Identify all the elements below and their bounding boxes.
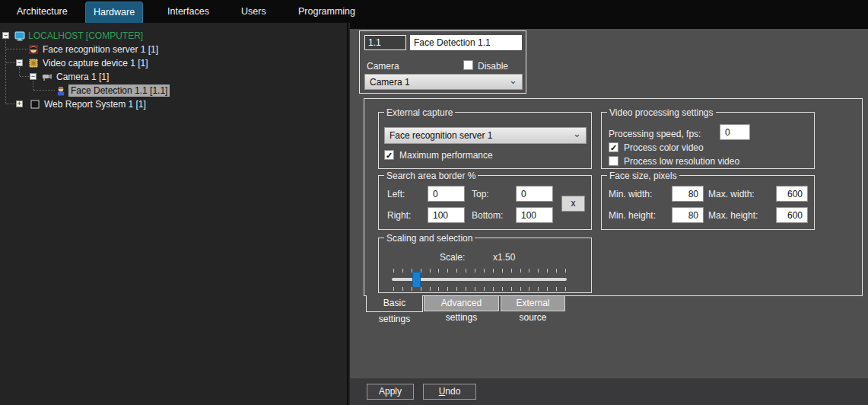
process-color-video-checkbox[interactable]: ✓ [609,142,618,152]
tree-item-localhost[interactable]: − LOCALHOST [COMPUTER] [0,29,348,43]
group-title: External capture [384,107,455,118]
disable-checkbox[interactable]: ✓ [463,60,473,70]
processing-speed-label: Processing speed, fps: [609,129,701,139]
max-width-label: Max. width: [708,189,755,199]
tab-external-source[interactable]: External source [501,296,565,311]
left-input[interactable] [428,186,465,202]
nav-tab-users[interactable]: Users [241,0,266,23]
right-label: Right: [387,210,411,221]
undo-button[interactable]: Undo [423,384,476,400]
tree-item-label: Camera 1 [1] [56,72,109,82]
tree-item-face-detection[interactable]: Face Detection 1.1 [1.1] [0,84,348,97]
bottom-label: Bottom: [472,210,503,221]
tree-item-label: Web Report System 1 [1] [44,99,146,110]
process-lowres-video-checkbox[interactable]: ✓ [609,156,618,166]
max-width-input[interactable] [776,186,808,202]
min-width-input[interactable] [672,186,704,202]
collapse-toggle-icon[interactable]: − [16,59,23,66]
process-color-video-label: Process color video [624,142,704,153]
web-report-system-icon [30,99,40,110]
collapse-toggle-icon[interactable]: − [30,73,37,80]
camera-select-value: Camera 1 [370,77,410,88]
tab-basic-settings[interactable]: Basic settings [366,295,423,312]
face-size-group: Face size, pixels Min. width: Max. width… [601,175,815,230]
video-capture-device-icon [28,58,39,69]
nav-tab-architecture[interactable]: Architecture [17,0,68,23]
tree-item-web-report-system[interactable]: + Web Report System 1 [1] [0,97,348,111]
scale-value: x1.50 [493,252,515,263]
group-title: Face size, pixels [607,171,679,181]
group-title: Video processing settings [607,107,716,118]
bottom-input[interactable] [516,207,553,223]
video-processing-group: Video processing settings Processing spe… [601,112,815,169]
chevron-down-icon: ⌄ [573,128,581,139]
scale-slider-handle[interactable] [412,272,421,288]
process-lowres-video-label: Process low resolution video [624,156,739,167]
external-capture-group: External capture Face recognition server… [378,112,592,169]
maximum-performance-checkbox[interactable]: ✓ [384,150,394,160]
panel-top-strip [350,23,868,29]
max-height-input[interactable] [776,207,808,223]
camera-select[interactable]: Camera 1 ⌄ [364,74,523,90]
max-height-label: Max. height: [708,210,758,221]
application-window: Architecture Hardware Interfaces Users P… [0,0,868,405]
collapse-toggle-icon[interactable]: − [2,32,9,39]
min-height-input[interactable] [672,207,704,223]
scale-label: Scale: [440,252,465,263]
camera-label: Camera [367,61,399,72]
left-label: Left: [387,189,405,199]
tree-item-label: Face recognition server 1 [1] [43,44,158,55]
processing-speed-input[interactable] [720,124,750,140]
tree-item-label: Face Detection 1.1 [1.1] [68,85,170,97]
tab-advanced-settings[interactable]: Advanced settings [424,296,499,311]
tree-item-label: Video capture device 1 [1] [43,58,148,69]
min-width-label: Min. width: [609,189,652,199]
scaling-group: Scaling and selection Scale: x1.50 [378,238,592,293]
computer-icon [14,30,25,41]
object-id-field[interactable] [364,35,406,50]
device-tree-panel: − LOCALHOST [COMPUTER] Face recognition … [0,23,348,405]
face-recognition-server-icon [28,44,39,55]
capture-server-select-value: Face recognition server 1 [389,130,492,141]
expand-toggle-icon[interactable]: + [16,100,23,107]
tree-item-face-recognition-server[interactable]: Face recognition server 1 [1] [0,43,348,56]
disable-label: Disable [478,61,508,72]
right-input[interactable] [428,207,465,223]
tree-item-camera[interactable]: − Camera 1 [1] [0,70,348,84]
check-icon: ✓ [385,151,393,160]
apply-button[interactable]: Apply [367,384,414,400]
top-input[interactable] [516,186,553,202]
group-title: Search area border % [384,171,478,181]
chevron-down-icon: ⌄ [509,75,517,86]
object-name-field[interactable] [410,35,522,50]
object-identity-box: Camera ✓ Disable Camera 1 ⌄ [359,30,526,94]
tree-item-video-capture-device[interactable]: − Video capture device 1 [1] [0,56,348,70]
group-title: Scaling and selection [384,233,475,244]
top-navbar: Architecture Hardware Interfaces Users P… [0,0,868,23]
maximum-performance-label: Maximum performance [399,150,493,161]
nav-tab-programming[interactable]: Programming [298,0,355,23]
reset-area-button[interactable]: x [561,196,585,212]
undo-button-label: Undo [424,384,475,399]
top-label: Top: [472,189,489,199]
tree-item-label: LOCALHOST [COMPUTER] [28,30,143,41]
min-height-label: Min. height: [609,210,656,221]
nav-tab-interfaces[interactable]: Interfaces [167,0,209,23]
face-detection-icon [56,85,66,96]
slider-ticks-bottom [393,287,567,291]
search-area-group: Search area border % Left: Top: x Right:… [378,175,592,230]
nav-tab-hardware[interactable]: Hardware [85,2,143,23]
check-icon: ✓ [609,143,618,152]
apply-button-label: Apply [367,384,413,399]
capture-server-select[interactable]: Face recognition server 1 ⌄ [384,127,587,144]
camera-icon [42,72,52,82]
